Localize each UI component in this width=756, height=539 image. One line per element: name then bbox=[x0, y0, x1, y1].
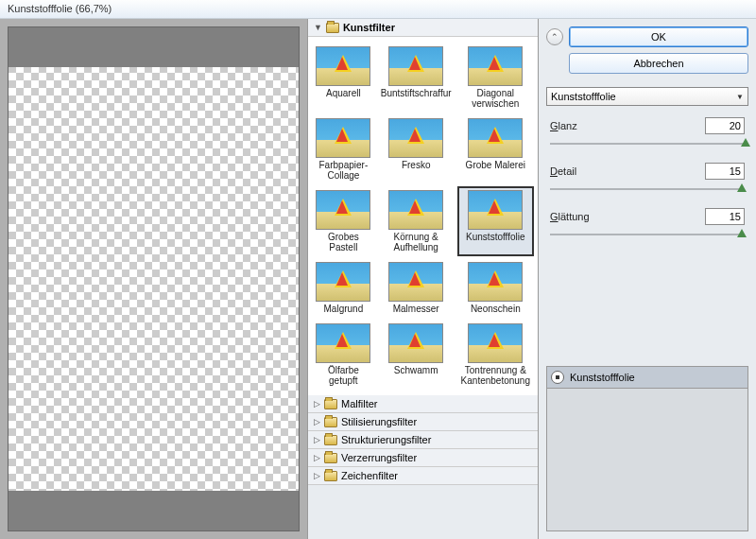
thumb-label: Fresko bbox=[381, 160, 452, 170]
layer-name: Kunststofffolie bbox=[570, 372, 635, 383]
param-row: Detail bbox=[546, 163, 748, 180]
triangle-right-icon: ▷ bbox=[314, 471, 320, 480]
filter-dropdown[interactable]: Kunststofffolie ▼ bbox=[546, 87, 748, 106]
filter-thumb[interactable]: Ölfarbe getupft bbox=[312, 320, 375, 390]
thumb-image bbox=[468, 323, 523, 363]
thumb-label: Körnung & Aufhellung bbox=[381, 232, 452, 252]
thumb-label: Ölfarbe getupft bbox=[316, 365, 371, 386]
triangle-down-icon: ▼ bbox=[314, 23, 322, 32]
thumb-label: Kunststofffolie bbox=[461, 232, 530, 242]
filter-thumb[interactable]: Körnung & Aufhellung bbox=[377, 186, 455, 256]
thumb-label: Grobes Pastell bbox=[316, 232, 371, 252]
preview-canvas[interactable]: Sl bbox=[8, 26, 300, 531]
thumb-image bbox=[468, 118, 523, 158]
param-label: Glanz bbox=[550, 120, 705, 131]
thumb-image bbox=[388, 118, 443, 158]
thumb-label: Farbpapier-Collage bbox=[316, 160, 371, 181]
filter-thumb[interactable]: Aquarell bbox=[312, 43, 375, 113]
param-label: Glättung bbox=[550, 211, 705, 222]
folder-icon bbox=[324, 417, 337, 427]
thumb-label: Schwamm bbox=[381, 365, 452, 375]
filter-thumb[interactable]: Tontrennung & Kantenbetonung bbox=[457, 320, 534, 390]
ok-button[interactable]: OK bbox=[569, 26, 748, 47]
category-collapsed[interactable]: ▷Zeichenfilter bbox=[308, 467, 538, 485]
thumb-image bbox=[316, 46, 370, 86]
filter-gallery: ▼ Kunstfilter AquarellBuntstiftschraffur… bbox=[307, 19, 539, 539]
category-label: Verzerrungsfilter bbox=[341, 452, 417, 463]
param-slider[interactable] bbox=[550, 183, 745, 195]
thumb-image bbox=[388, 46, 443, 86]
filter-thumb[interactable]: Grobes Pastell bbox=[312, 186, 375, 256]
filter-thumb[interactable]: Schwamm bbox=[377, 320, 455, 390]
thumb-image bbox=[316, 190, 370, 230]
filter-thumb[interactable]: Malmesser bbox=[377, 258, 455, 318]
category-collapsed[interactable]: ▷Verzerrungsfilter bbox=[308, 449, 538, 467]
folder-icon bbox=[324, 435, 337, 445]
param-input[interactable] bbox=[705, 208, 745, 225]
filter-thumb[interactable]: Grobe Malerei bbox=[457, 114, 534, 184]
thumb-label: Aquarell bbox=[316, 88, 371, 98]
triangle-right-icon: ▷ bbox=[314, 417, 320, 426]
param-label: Detail bbox=[550, 165, 705, 177]
category-label: Strukturierungsfilter bbox=[341, 434, 431, 445]
filter-thumb[interactable]: Neonschein bbox=[457, 258, 534, 318]
triangle-right-icon: ▷ bbox=[314, 435, 320, 444]
thumb-label: Diagonal verwischen bbox=[461, 88, 530, 109]
thumb-label: Buntstiftschraffur bbox=[381, 88, 452, 98]
triangle-right-icon: ▷ bbox=[314, 453, 320, 462]
effect-layers-panel: Kunststofffolie bbox=[546, 366, 748, 531]
filter-thumb[interactable]: Diagonal verwischen bbox=[457, 43, 534, 113]
category-label: Malfilter bbox=[341, 398, 378, 409]
param-slider[interactable] bbox=[550, 138, 745, 149]
thumb-image bbox=[388, 323, 443, 363]
filter-thumb[interactable]: Buntstiftschraffur bbox=[377, 43, 455, 113]
thumb-label: Malmesser bbox=[381, 304, 452, 314]
thumb-image bbox=[388, 262, 443, 302]
category-collapsed[interactable]: ▷Strukturierungsfilter bbox=[308, 431, 538, 449]
folder-icon bbox=[324, 453, 337, 463]
thumb-image bbox=[468, 190, 523, 230]
param-row: Glanz bbox=[546, 117, 748, 134]
triangle-right-icon: ▷ bbox=[314, 399, 320, 409]
thumb-image bbox=[468, 46, 523, 86]
preview-pane: Sl bbox=[0, 19, 307, 539]
filter-thumb[interactable]: Malgrund bbox=[312, 258, 375, 318]
collapse-button[interactable]: ⌃ bbox=[546, 28, 563, 45]
param-row: Glättung bbox=[546, 208, 748, 225]
thumb-image bbox=[316, 118, 370, 158]
filter-thumb[interactable]: Farbpapier-Collage bbox=[312, 114, 375, 184]
param-slider[interactable] bbox=[550, 229, 745, 240]
folder-icon bbox=[324, 471, 337, 481]
category-label: Zeichenfilter bbox=[341, 470, 398, 481]
thumb-label: Grobe Malerei bbox=[461, 160, 530, 170]
thumb-image bbox=[468, 262, 523, 302]
thumb-image bbox=[316, 262, 370, 302]
thumb-label: Malgrund bbox=[316, 304, 371, 314]
filter-thumb[interactable]: Kunststofffolie bbox=[457, 186, 534, 256]
cancel-button[interactable]: Abbrechen bbox=[569, 53, 748, 74]
category-collapsed[interactable]: ▷Malfilter bbox=[308, 395, 538, 413]
dropdown-value: Kunststofffolie bbox=[551, 91, 616, 102]
layer-row[interactable]: Kunststofffolie bbox=[547, 367, 747, 389]
visibility-icon[interactable] bbox=[551, 371, 564, 384]
filter-thumb[interactable]: Fresko bbox=[377, 114, 455, 184]
category-label: Stilisierungsfilter bbox=[341, 416, 417, 427]
category-collapsed[interactable]: ▷Stilisierungsfilter bbox=[308, 413, 538, 431]
thumb-image bbox=[388, 190, 443, 230]
thumb-label: Neonschein bbox=[461, 304, 530, 314]
category-label: Kunstfilter bbox=[343, 22, 395, 33]
thumb-label: Tontrennung & Kantenbetonung bbox=[461, 365, 530, 386]
chevron-down-icon: ▼ bbox=[736, 93, 744, 101]
category-kunstfilter[interactable]: ▼ Kunstfilter bbox=[308, 19, 538, 37]
window-title: Kunststofffolie (66,7%) bbox=[0, 0, 756, 19]
folder-icon bbox=[324, 399, 337, 409]
param-input[interactable] bbox=[705, 163, 745, 180]
folder-icon bbox=[326, 23, 339, 33]
thumb-image bbox=[316, 323, 370, 363]
controls-pane: ⌃ OK Abbrechen Kunststofffolie ▼ GlanzDe… bbox=[539, 19, 756, 539]
param-input[interactable] bbox=[705, 117, 745, 134]
